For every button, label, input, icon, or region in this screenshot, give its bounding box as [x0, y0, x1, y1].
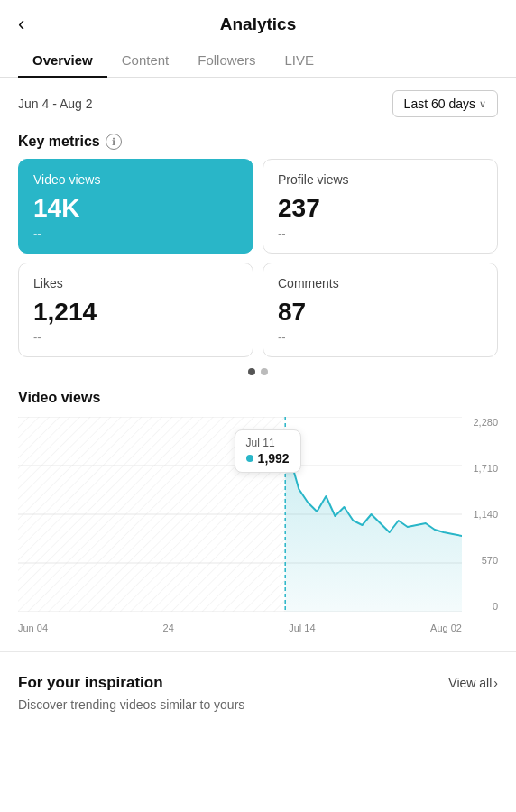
- key-metrics-header: Key metrics ℹ: [0, 130, 516, 159]
- chart-container: 2,280 1,710 1,140 570 0 Jun 04 24 Jul 14…: [18, 417, 498, 633]
- tooltip-value: 1,992: [246, 451, 290, 466]
- inspiration-section: For your inspiration View all › Discover…: [0, 670, 516, 730]
- tab-followers[interactable]: Followers: [183, 43, 270, 77]
- tab-overview[interactable]: Overview: [18, 43, 107, 77]
- date-row: Jun 4 - Aug 2 Last 60 days ∨: [0, 78, 516, 130]
- tab-live[interactable]: LIVE: [270, 43, 328, 77]
- pagination-dots: [0, 368, 516, 375]
- metric-label-comments: Comments: [278, 276, 483, 291]
- inspiration-header: For your inspiration View all ›: [18, 674, 498, 692]
- y-label-0: 0: [493, 601, 498, 612]
- tooltip-dot-icon: [246, 455, 253, 462]
- info-icon[interactable]: ℹ: [106, 134, 122, 150]
- tooltip-number: 1,992: [258, 451, 290, 466]
- tooltip-date: Jul 11: [246, 437, 290, 449]
- date-range-text: Jun 4 - Aug 2: [18, 97, 93, 111]
- page-title: Analytics: [220, 14, 296, 34]
- x-label-aug02: Aug 02: [430, 623, 462, 633]
- y-label-570: 570: [482, 555, 498, 566]
- section-divider: [0, 651, 516, 652]
- x-label-jul14: Jul 14: [289, 623, 315, 633]
- inspiration-subtitle: Discover trending videos similar to your…: [18, 697, 498, 712]
- metric-value-profile-views: 237: [278, 194, 483, 223]
- y-axis-labels: 2,280 1,710 1,140 570 0: [462, 417, 498, 612]
- back-button[interactable]: ‹: [18, 14, 24, 34]
- metric-card-likes[interactable]: Likes 1,214 --: [18, 263, 253, 357]
- chevron-right-icon: ›: [493, 676, 498, 690]
- chart-title: Video views: [18, 390, 498, 406]
- metric-card-comments[interactable]: Comments 87 --: [263, 263, 498, 357]
- date-dropdown-label: Last 60 days: [404, 97, 475, 111]
- metric-change-comments: --: [278, 330, 483, 344]
- metrics-grid: Video views 14K -- Profile views 237 -- …: [0, 159, 516, 357]
- metric-change-likes: --: [33, 330, 238, 344]
- tabs-bar: Overview Content Followers LIVE: [0, 43, 516, 78]
- chart-tooltip: Jul 11 1,992: [235, 429, 301, 473]
- y-label-1710: 1,710: [473, 463, 498, 474]
- y-label-2280: 2,280: [473, 417, 498, 428]
- key-metrics-title: Key metrics: [18, 134, 100, 150]
- metric-label-video-views: Video views: [33, 172, 238, 187]
- chart-section: Video views: [0, 390, 516, 633]
- metric-label-likes: Likes: [33, 276, 238, 291]
- date-dropdown[interactable]: Last 60 days ∨: [392, 90, 498, 117]
- x-label-jun04: Jun 04: [18, 623, 48, 633]
- metric-card-profile-views[interactable]: Profile views 237 --: [263, 159, 498, 254]
- dot-2: [261, 368, 268, 375]
- chevron-down-icon: ∨: [479, 98, 486, 110]
- metric-card-video-views[interactable]: Video views 14K --: [18, 159, 253, 254]
- metric-value-video-views: 14K: [33, 194, 238, 223]
- x-axis-labels: Jun 04 24 Jul 14 Aug 02: [18, 612, 462, 633]
- y-label-1140: 1,140: [473, 509, 498, 520]
- x-label-24: 24: [163, 623, 174, 633]
- inspiration-title: For your inspiration: [18, 674, 163, 692]
- metric-label-profile-views: Profile views: [278, 172, 483, 187]
- view-all-label: View all: [448, 676, 492, 690]
- tab-content[interactable]: Content: [107, 43, 184, 77]
- metric-change-video-views: --: [33, 226, 238, 240]
- metric-value-comments: 87: [278, 298, 483, 327]
- view-all-link[interactable]: View all ›: [448, 676, 498, 690]
- metric-change-profile-views: --: [278, 226, 483, 240]
- dot-1: [248, 368, 255, 375]
- header: ‹ Analytics: [0, 0, 516, 43]
- metric-value-likes: 1,214: [33, 298, 238, 327]
